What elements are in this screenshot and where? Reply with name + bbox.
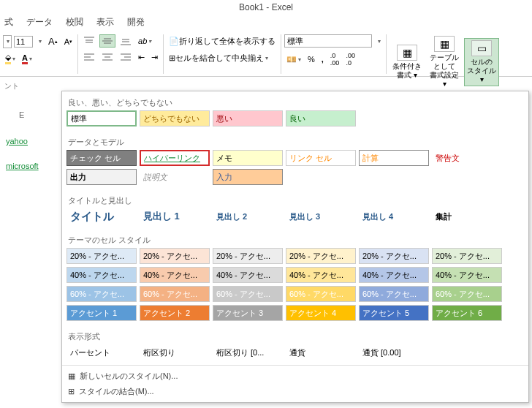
style-swatch[interactable]: 40% - アクセ... — [213, 267, 283, 283]
cell-link-microsoft[interactable]: microsoft — [4, 159, 40, 173]
cell-link-yahoo[interactable]: yahoo — [4, 134, 40, 148]
section-title-theme: テーマのセル スタイル — [66, 232, 524, 248]
style-swatch[interactable]: 40% - アクセ... — [359, 267, 429, 283]
style-swatch[interactable]: 40% - アクセ... — [432, 267, 502, 283]
wrap-text-button[interactable]: 📄 折り返して全体を表示する — [167, 34, 278, 48]
style-swatch[interactable]: アクセント 5 — [359, 305, 429, 321]
font-color-icon[interactable]: A — [20, 52, 34, 66]
style-swatch[interactable]: 計算 — [359, 150, 429, 166]
increase-decimal-icon[interactable]: .0.00 — [328, 50, 342, 68]
font-size-dropdown[interactable] — [35, 37, 44, 46]
style-swatch[interactable]: 通貨 — [286, 344, 356, 360]
style-swatch[interactable]: 60% - アクセ... — [66, 286, 137, 302]
column-header-e[interactable]: E — [4, 109, 40, 121]
style-swatch[interactable]: 60% - アクセ... — [140, 286, 210, 302]
cell-styles-icon: ▭ — [471, 40, 492, 56]
style-swatch[interactable]: 20% - アクセ... — [286, 248, 356, 264]
section-title-data-model: データとモデル — [66, 134, 524, 150]
comma-format-icon[interactable]: , — [319, 53, 326, 65]
style-swatch[interactable]: 悪い — [213, 110, 283, 126]
decrease-decimal-icon[interactable]: .00.0 — [343, 50, 357, 68]
style-swatch[interactable]: 40% - アクセ... — [286, 267, 356, 283]
accounting-format-icon[interactable]: 💴 — [284, 53, 303, 66]
style-swatch[interactable]: パーセント — [66, 344, 137, 360]
fill-color-icon[interactable]: ⬙ — [3, 51, 18, 66]
font-size-input[interactable] — [14, 36, 33, 48]
style-swatch[interactable]: 標準 — [66, 110, 137, 126]
merge-styles-button[interactable]: ⊞スタイルの結合(M)... — [66, 384, 524, 399]
style-swatch[interactable]: 通貨 [0.00] — [359, 344, 429, 360]
tab-developer[interactable]: 開発 — [127, 16, 145, 29]
align-center-icon[interactable] — [99, 50, 115, 64]
style-swatch[interactable]: 入力 — [213, 169, 283, 185]
style-swatch[interactable]: メモ — [213, 150, 283, 166]
style-swatch[interactable]: 20% - アクセ... — [432, 248, 502, 264]
style-swatch[interactable]: 60% - アクセ... — [432, 286, 502, 302]
new-style-icon: ▦ — [68, 371, 75, 381]
style-swatch[interactable]: 見出し 1 — [140, 208, 210, 224]
wrap-text-label: 折り返して全体を表示する — [179, 36, 276, 47]
style-swatch[interactable]: 桁区切り — [140, 344, 210, 360]
style-swatch[interactable]: 40% - アクセ... — [140, 267, 210, 283]
ribbon-tabs: 式 データ 校閲 表示 開発 — [0, 15, 532, 33]
style-swatch[interactable]: どちらでもない — [140, 110, 210, 126]
ribbon: A▴ A▾ ⬙ A ab ⇤ ⇥ 📄 折り返して全体を表示する ⊞ セルを結合し… — [0, 33, 532, 77]
number-format-arrow[interactable] — [374, 37, 383, 46]
align-top-icon[interactable] — [81, 34, 97, 48]
window-title: Book1 - Excel — [0, 0, 532, 15]
section-title-headings: タイトルと見出し — [66, 192, 524, 208]
style-swatch[interactable]: 出力 — [66, 169, 137, 185]
tab-data[interactable]: データ — [26, 16, 53, 29]
tab-view[interactable]: 表示 — [96, 16, 114, 29]
increase-font-icon[interactable]: A▴ — [46, 34, 60, 48]
table-icon: ▦ — [434, 36, 455, 52]
style-swatch[interactable]: 20% - アクセ... — [213, 248, 283, 264]
style-swatch[interactable]: アクセント 6 — [432, 305, 502, 321]
align-bottom-icon[interactable] — [118, 34, 134, 48]
style-swatch[interactable]: 20% - アクセ... — [66, 248, 137, 264]
number-format-dropdown[interactable] — [284, 34, 372, 48]
align-middle-icon[interactable] — [99, 34, 115, 48]
style-swatch[interactable]: 見出し 2 — [213, 208, 283, 224]
style-swatch[interactable]: ハイパーリンク — [140, 150, 210, 166]
conditional-format-icon: ▦ — [397, 45, 417, 61]
wrap-merge-group: 📄 折り返して全体を表示する ⊞ セルを結合して中央揃え — [164, 34, 281, 74]
style-swatch[interactable]: 60% - アクセ... — [213, 286, 283, 302]
style-swatch[interactable]: 良い — [286, 110, 356, 126]
style-swatch[interactable]: 桁区切り [0... — [213, 344, 283, 360]
font-family-dropdown[interactable] — [3, 35, 12, 48]
align-left-icon[interactable] — [81, 50, 97, 64]
style-swatch[interactable]: 説明文 — [140, 169, 210, 185]
decrease-font-icon[interactable]: A▾ — [62, 36, 75, 48]
decrease-indent-icon[interactable]: ⇤ — [136, 51, 147, 64]
section-title-number-format: 表示形式 — [66, 328, 524, 344]
style-swatch[interactable]: 20% - アクセ... — [359, 248, 429, 264]
merge-center-button[interactable]: ⊞ セルを結合して中央揃え — [167, 51, 270, 65]
style-swatch[interactable]: 40% - アクセ... — [66, 267, 137, 283]
align-right-icon[interactable] — [118, 50, 134, 64]
conditional-format-button[interactable]: ▦条件付き 書式 ▾ — [390, 43, 425, 81]
cell-styles-button[interactable]: ▭セルの スタイル ▾ — [464, 38, 499, 86]
percent-format-icon[interactable]: % — [305, 53, 317, 65]
style-swatch[interactable]: タイトル — [66, 208, 137, 224]
section-title-good-bad: 良い、悪い、どちらでもない — [66, 94, 524, 110]
style-swatch[interactable]: リンク セル — [286, 150, 356, 166]
style-swatch[interactable]: アクセント 4 — [286, 305, 356, 321]
style-swatch[interactable]: アクセント 2 — [140, 305, 210, 321]
style-swatch[interactable]: アクセント 3 — [213, 305, 283, 321]
tab-formula[interactable]: 式 — [4, 16, 13, 29]
style-swatch[interactable]: 見出し 3 — [286, 208, 356, 224]
increase-indent-icon[interactable]: ⇥ — [149, 51, 160, 64]
style-swatch[interactable]: アクセント 1 — [66, 305, 137, 321]
style-swatch[interactable]: 警告文 — [432, 150, 502, 166]
style-swatch[interactable]: 60% - アクセ... — [286, 286, 356, 302]
tab-review[interactable]: 校閲 — [66, 16, 83, 29]
style-swatch[interactable]: チェック セル — [66, 150, 137, 166]
new-cell-style-button[interactable]: ▦新しいセルのスタイル(N)... — [66, 369, 524, 384]
style-swatch[interactable]: 20% - アクセ... — [140, 248, 210, 264]
style-swatch[interactable]: 60% - アクセ... — [359, 286, 429, 302]
orientation-icon[interactable]: ab — [136, 35, 153, 47]
style-swatch[interactable]: 集計 — [432, 208, 502, 224]
style-swatch[interactable]: 見出し 4 — [359, 208, 429, 224]
format-as-table-button[interactable]: ▦テーブルとして 書式設定 ▾ — [427, 34, 462, 90]
